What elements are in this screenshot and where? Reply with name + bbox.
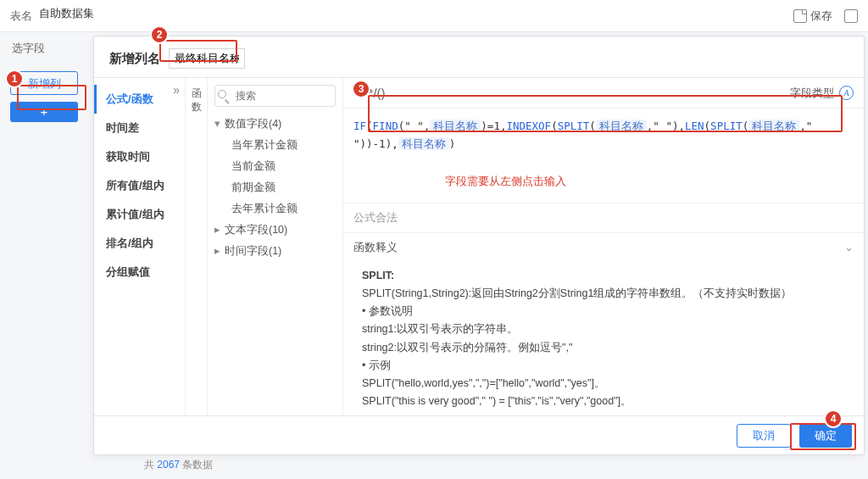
add-step-button[interactable]: +	[10, 102, 78, 122]
formula-legal-label: 公式合法	[343, 203, 864, 232]
collapse-icon[interactable]: »	[173, 83, 180, 97]
dataset-name: 自助数据集	[39, 6, 293, 26]
save-button[interactable]: 保存	[793, 8, 832, 24]
formula-field-ref: 科目名称	[430, 120, 481, 132]
formula-field-ref: 科目名称	[398, 137, 449, 150]
copy-icon[interactable]	[844, 9, 858, 23]
field-type-icon[interactable]: A	[839, 86, 854, 100]
field-type-label: 字段类型	[790, 86, 834, 101]
add-column-dialog: 新增列名 » 公式/函数时间差获取时间所有值/组内累计值/组内排名/组内分组赋值…	[93, 36, 865, 455]
method-tab-3[interactable]: 所有值/组内	[94, 171, 185, 200]
func-column-label: 函数	[186, 78, 208, 415]
formula-field-ref: 科目名称	[596, 120, 647, 132]
add-column-button[interactable]: 新增列	[10, 71, 78, 95]
function-doc: SPLIT:SPLIT(String1,String2):返回由String2分…	[343, 262, 864, 416]
field-leaf[interactable]: 当前金额	[208, 156, 342, 177]
field-group-0[interactable]: 数值字段(4)	[208, 114, 342, 135]
field-group-2[interactable]: 时间字段(1)	[208, 241, 342, 262]
function-def-toggle[interactable]: 函数释义 ⌄	[343, 232, 864, 262]
field-input-hint: 字段需要从左侧点击输入	[343, 162, 864, 203]
cancel-button[interactable]: 取消	[737, 424, 791, 448]
formula-editor[interactable]: IF(FIND(" ",科目名称)=1,INDEXOF(SPLIT(科目名称,"…	[343, 109, 864, 162]
field-group-1[interactable]: 文本字段(10)	[208, 220, 342, 241]
column-name-input[interactable]	[169, 48, 245, 69]
op-button[interactable]: +	[353, 86, 361, 100]
table-name-label: 表名	[10, 8, 32, 24]
ok-button[interactable]: 确定	[799, 424, 852, 448]
formula-field-ref: 科目名称	[748, 120, 799, 132]
method-tab-6[interactable]: 分组赋值	[94, 258, 185, 287]
method-tab-5[interactable]: 排名/组内	[94, 229, 185, 258]
field-leaf[interactable]: 当年累计金额	[208, 135, 342, 156]
save-label: 保存	[810, 8, 832, 24]
method-tab-0[interactable]: 公式/函数	[94, 85, 185, 114]
op-button[interactable]: )	[381, 86, 386, 100]
method-tab-1[interactable]: 时间差	[94, 114, 185, 142]
method-tab-2[interactable]: 获取时间	[94, 142, 185, 171]
save-icon	[793, 9, 807, 23]
dialog-title: 新增列名	[109, 51, 160, 67]
op-button[interactable]: −	[361, 86, 369, 100]
select-field-title: 选字段	[0, 32, 88, 64]
search-icon	[218, 90, 226, 98]
record-count: 共 2067 条数据	[144, 458, 213, 472]
method-tab-4[interactable]: 累计值/组内	[94, 200, 185, 229]
chevron-down-icon: ⌄	[844, 241, 854, 253]
field-leaf[interactable]: 去年累计金额	[208, 198, 342, 220]
search-input[interactable]	[214, 85, 336, 107]
field-leaf[interactable]: 前期金额	[208, 177, 342, 198]
